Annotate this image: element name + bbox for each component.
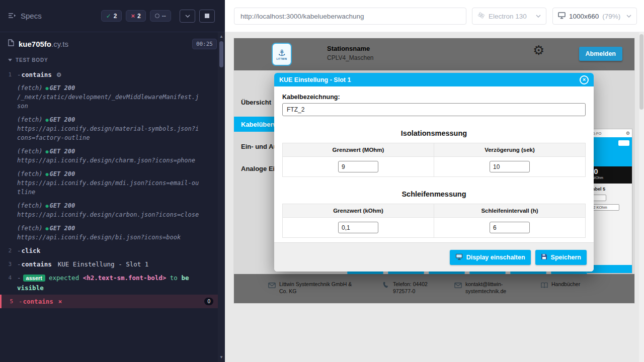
pending-count[interactable]: -- (150, 10, 171, 22)
scrollbar-thumb[interactable] (639, 34, 643, 110)
loop-section-title: Schleifenmessung (282, 190, 586, 198)
test-step[interactable]: 4-assertexpected <h2.text-sm.font-bold> … (0, 271, 218, 295)
reporter-scrollbar[interactable]: ▲ ▼ (218, 32, 225, 362)
fetch-log[interactable]: (fetch)●GET 200/_next/static/development… (17, 83, 201, 111)
step-number: 2 (0, 246, 17, 255)
step-number: 3 (0, 259, 17, 269)
footer-manuals[interactable]: Handbücher (541, 281, 580, 303)
isolation-verzoegerung-input[interactable] (490, 161, 530, 172)
step-number: 1 (0, 70, 17, 242)
stage-scrollbar[interactable] (639, 32, 644, 362)
failed-count[interactable]: × 2 (126, 10, 145, 22)
request-url: https://api.iconify.design/mdi.json?icon… (17, 178, 201, 197)
station-label: Stationsname (327, 45, 374, 52)
test-body-toggle[interactable]: TEST BODY (0, 55, 225, 68)
pending-icon (155, 14, 159, 18)
fetch-log[interactable]: (fetch)●GET 200https://api.iconify.desig… (17, 201, 201, 219)
collapse-button[interactable] (180, 10, 195, 23)
request-url: https://api.iconify.design/charm.json?ic… (17, 156, 201, 165)
scroll-down-arrow[interactable]: ▼ (218, 354, 225, 361)
command-line: -contains× (19, 297, 201, 306)
isolation-grenzwert-input[interactable] (338, 161, 378, 172)
fetch-log[interactable]: (fetch)●GET 200https://api.iconify.desig… (17, 147, 201, 165)
request-url: /_next/static/development/_devMiddleware… (17, 93, 201, 111)
loop-intervall-input[interactable] (490, 222, 530, 233)
spec-name: kue705fo.cy.ts (19, 40, 68, 48)
url-input[interactable] (234, 8, 466, 25)
chevron-down-icon (8, 59, 12, 61)
slot-gear-icon[interactable]: ⚙ (626, 131, 630, 136)
stop-button[interactable] (199, 10, 215, 23)
status-dot-icon: ● (46, 117, 49, 123)
browser-label: Electron 130 (489, 13, 527, 20)
step-body: -contains⚙(fetch)●GET 200/_next/static/d… (17, 70, 218, 242)
specs-list-icon (8, 12, 16, 20)
chevron-down-icon (536, 15, 541, 18)
scrollbar-thumb[interactable] (219, 41, 223, 67)
specs-menu-button[interactable]: Specs (8, 12, 42, 20)
specs-label: Specs (21, 12, 42, 20)
viewport-zoom: (79%) (602, 13, 620, 20)
run-stats: ✓ 2 × 2 -- (101, 10, 171, 22)
display-on-button[interactable]: Display einschalten (450, 250, 531, 265)
slot-field-2[interactable]: 22 KOhm (589, 204, 619, 211)
modal-body: Kabelbezeichnung: Isolationsmessung Gren… (274, 86, 594, 242)
isolation-table: Grenzwert (MOhm) Verzögerung (sek) (282, 143, 586, 177)
phone-icon (383, 281, 389, 303)
display-icon (455, 253, 463, 261)
slot-chip (618, 140, 629, 146)
aut-toolbar: Electron 130 1000x660 (79%) (225, 0, 644, 32)
mail-icon (454, 281, 462, 303)
kue-settings-modal: KUE Einstellung - Slot 1 × Kabelbezeichn… (274, 73, 594, 272)
assert-badge: assert (23, 275, 45, 282)
test-steps: 1-contains⚙(fetch)●GET 200/_next/static/… (0, 68, 218, 308)
test-step[interactable]: 1-contains⚙(fetch)●GET 200/_next/static/… (0, 68, 218, 244)
command-line: -containsKUE Einstellung - Slot 1 (17, 259, 201, 269)
test-body-label: TEST BODY (16, 57, 48, 63)
monitor-icon (558, 12, 566, 21)
logout-button[interactable]: Abmelden (579, 47, 622, 61)
loop-grenzwert-input[interactable] (338, 222, 378, 233)
test-step[interactable]: 3-containsKUE Einstellung - Slot 1 (0, 257, 218, 271)
test-step[interactable]: 2-click (0, 244, 218, 257)
step-number: 5 (2, 297, 19, 306)
spec-file-row[interactable]: kue705fo.cy.ts 00:25 (0, 32, 225, 55)
settings-gear-icon[interactable]: ⚙ (533, 44, 544, 57)
close-icon: × (583, 77, 586, 82)
footer-phone: Telefon: 04402 972577-0 (383, 281, 443, 303)
reporter-header: Specs ✓ 2 × 2 -- (0, 0, 225, 32)
scroll-up-arrow[interactable]: ▲ (218, 33, 225, 40)
loop-col-grenzwert: Grenzwert (kOhm) (283, 204, 434, 218)
step-body: -containsKUE Einstellung - Slot 1 (17, 259, 218, 269)
close-button[interactable]: × (580, 75, 589, 84)
passed-count[interactable]: ✓ 2 (101, 10, 122, 22)
viewport-selector[interactable]: 1000x660 (79%) (552, 8, 637, 25)
status-dot-icon: ● (46, 149, 49, 154)
request-url: https://api.iconify.design/carbon.json?i… (17, 210, 201, 219)
status-dot-icon: ● (46, 171, 49, 177)
fail-icon: × (58, 298, 62, 305)
test-step[interactable]: 50-contains× (0, 295, 218, 308)
step-body: -contains× (19, 297, 218, 306)
fetch-log[interactable]: (fetch)●GET 200https://api.iconify.desig… (17, 115, 201, 142)
request-url: https://api.iconify.design/material-symb… (17, 124, 201, 142)
isolation-col-grenzwert: Grenzwert (MOhm) (283, 143, 434, 157)
fetch-log[interactable]: (fetch)●GET 200https://api.iconify.desig… (17, 169, 201, 197)
loop-table: Grenzwert (kOhm) Schleifenintervall (h) (282, 204, 586, 238)
step-number: 4 (0, 273, 17, 293)
browser-selector[interactable]: Electron 130 (472, 8, 546, 25)
footer-company: Littwin Systemtechnik GmbH & Co. KG (268, 281, 354, 303)
gear-icon: ⚙ (56, 71, 62, 78)
step-body: -assertexpected <h2.text-sm.font-bold> t… (17, 273, 218, 293)
cable-name-input[interactable] (282, 103, 586, 116)
stop-icon (205, 14, 209, 18)
fetch-log[interactable]: (fetch)●GET 200https://api.iconify.desig… (17, 224, 201, 242)
modal-footer: Display einschalten Speichern (274, 242, 594, 272)
save-button[interactable]: Speichern (535, 250, 587, 265)
floppy-icon (541, 253, 547, 261)
status-dot-icon: ● (46, 226, 49, 231)
loop-col-intervall: Schleifenintervall (h) (434, 204, 586, 218)
footer-email: kontakt@littwin-systemtechnik.de (454, 281, 520, 303)
reporter-controls (180, 10, 215, 23)
isolation-col-verzoegerung: Verzögerung (sek) (434, 143, 586, 157)
